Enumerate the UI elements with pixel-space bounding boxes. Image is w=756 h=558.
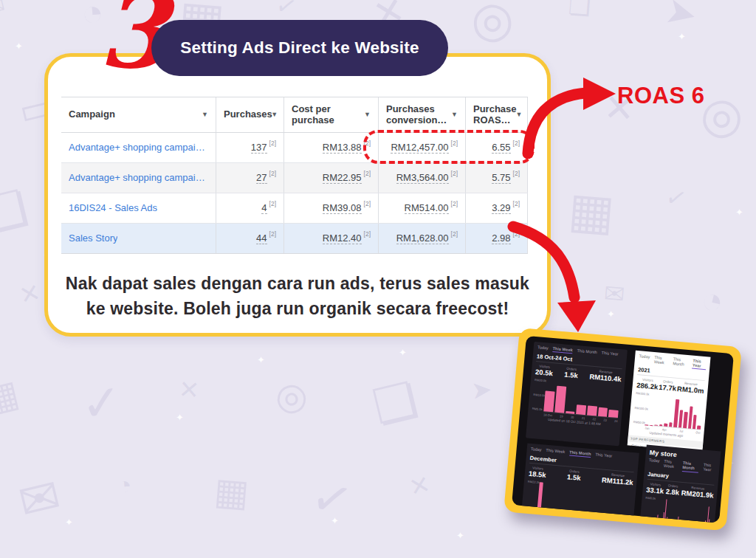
metric-value: RM514.00 [405,202,449,214]
envelope-icon: ✉ [0,0,8,23]
footnote-marker: [2] [269,224,276,238]
column-header-label: Purchases [224,109,268,120]
tab-today[interactable]: Today [639,354,650,365]
target-icon: ◎ [469,0,515,49]
sparkle-icon: ✦ [331,515,339,526]
bar [664,424,667,427]
tab-this-month[interactable]: This Month [682,461,699,472]
metric-cell: 4[2] [216,193,284,223]
metric-value: RM22.95 [323,172,362,184]
bar [697,426,701,430]
cross-icon: ✕ [406,469,433,503]
campaign-link[interactable]: Advantage+ shopping campaig… [69,134,208,162]
bar [543,390,554,413]
document-icon: ❏ [0,179,33,244]
bar [670,523,670,523]
y-axis-labels: RM8.0kRM4.0k [643,496,656,523]
arrow-to-roas-icon [517,66,628,166]
tab-this-year[interactable]: This Year [703,463,716,475]
footnote-marker: [2] [451,163,458,177]
campaign-link[interactable]: Advantage+ shopping campaig… [69,164,208,192]
check-icon: ✓ [79,373,124,433]
sort-arrow-icon[interactable]: ▼ [364,111,371,119]
bar [566,411,575,415]
metric-cell: RM22.95[2] [284,163,379,193]
campaign-link[interactable]: Sales Story [69,224,117,252]
campaign-cell: Advantage+ shopping campaig… [61,163,216,193]
metric-cell: 5.75[2] [466,163,528,193]
y-axis-tick: RM50.0k [633,420,647,425]
tab-this-year[interactable]: This Year [692,359,707,371]
stat-value: 18.5k [528,469,546,479]
paper-plane-icon: ➤ [470,374,493,405]
sort-arrow-icon[interactable]: ▼ [271,111,278,119]
sparkle-icon: ✦ [735,207,743,218]
tab-this-month[interactable]: This Month [577,348,597,356]
tab-today[interactable]: Today [648,458,660,469]
column-header-label: Cost per purchase [292,104,359,125]
tab-this-month[interactable]: This Month [569,450,591,458]
bar [686,520,687,523]
campaign-link[interactable]: 16DIS24 - Sales Ads [69,194,157,222]
stat-value: 17.7k [659,383,677,393]
x-axis-tick: 24 [614,419,618,423]
tab-today[interactable]: Today [537,345,549,352]
target-icon: ◎ [272,372,313,421]
sparkle-icon: ✦ [399,347,407,358]
footnote-marker: [2] [269,163,276,177]
column-header-label: Purchases conversion… [386,104,447,125]
bar [678,410,684,428]
column-header-campaign[interactable]: Campaign▼ [61,97,216,132]
column-header-metric[interactable]: Cost per purchase▼ [284,97,379,132]
column-header-metric[interactable]: Purchases▼ [216,97,284,132]
x-axis-tick: 20 [571,416,574,419]
dashboard-panel-top-left: TodayThis WeekThis MonthThis Year18 Oct-… [526,342,628,447]
bar [682,522,684,523]
bar [669,422,673,427]
metric-value: RM1,628.00 [396,232,449,244]
stat-value: RM110.4k [589,373,622,384]
bar [662,512,664,523]
metric-cell: 44[2] [216,224,284,253]
campaign-cell: 16DIS24 - Sales Ads [61,193,216,223]
sort-arrow-icon[interactable]: ▼ [202,111,208,119]
tab-this-year[interactable]: This Year [595,452,613,459]
metric-value: 44 [256,232,267,244]
bar [704,520,706,523]
tab-this-week[interactable]: This Week [546,448,566,456]
bar [655,520,656,523]
campaign-cell: Advantage+ shopping campaig… [61,133,216,162]
column-header-label: Campaign [69,109,115,120]
tab-this-week[interactable]: This Week [653,355,669,367]
tab-this-month[interactable]: This Month [673,356,689,368]
stat-value: 286.2k [636,382,659,391]
bar [546,514,549,514]
x-axis-tick: 18 Oct [543,413,552,418]
bar [598,407,608,417]
tab-this-week[interactable]: This Week [552,346,573,354]
stat-orders: Orders1.5k [567,469,582,483]
tab-today[interactable]: Today [530,447,541,454]
sparkle-icon: ✦ [456,530,464,541]
bar [701,522,702,523]
stat-value: 1.5k [564,371,578,380]
stat-visitors: Visitors33.1k [646,482,664,495]
bar [608,410,619,418]
y-axis-labels: RM200.0kRM100.0kRM50.0k [633,391,650,424]
stat-value: RM111.2k [602,476,634,487]
metric-value: 137 [251,142,267,154]
metric-value: RM3,564.00 [396,172,449,184]
x-axis-tick: Jan [645,427,650,431]
sort-arrow-icon[interactable]: ▼ [451,111,458,119]
tab-this-week[interactable]: This Week [663,459,678,471]
metric-cell: RM514.00[2] [379,193,466,223]
column-header-metric[interactable]: Purchases conversion…▼ [379,97,466,132]
table-header-row: Campaign▼Purchases▼Cost per purchase▼Pur… [61,97,528,133]
metric-value: 5.75 [492,172,510,184]
banner-title: Setting Ads Direct ke Website [180,38,419,58]
roas-callout: ROAS 6 [617,83,704,109]
footnote-marker: [2] [513,193,520,207]
pie-chart-icon: ◔ [697,277,729,323]
tab-this-year[interactable]: This Year [601,351,619,358]
bar [677,517,678,523]
